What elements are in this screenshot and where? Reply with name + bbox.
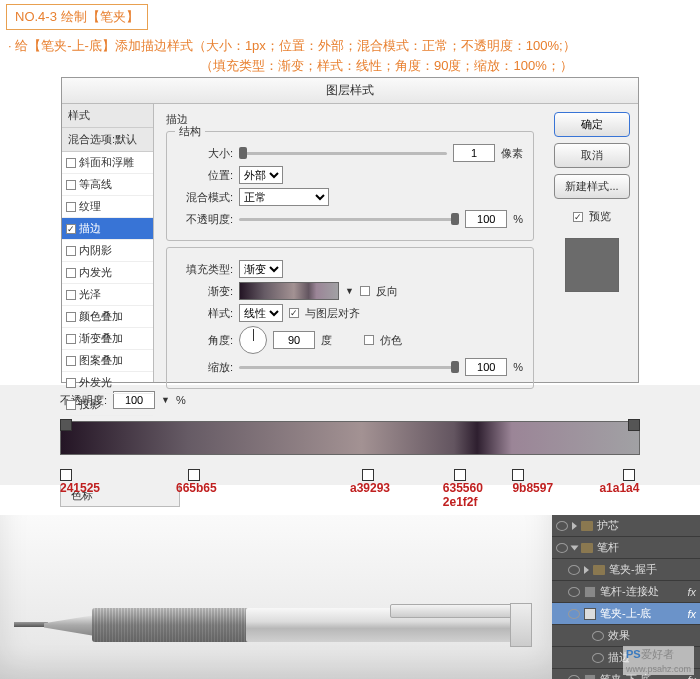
layer-row-selected[interactable]: 笔夹-上-底fx bbox=[552, 603, 700, 625]
opacity-input[interactable] bbox=[465, 210, 507, 228]
eye-icon[interactable] bbox=[556, 521, 568, 531]
checkbox-icon[interactable] bbox=[66, 356, 76, 366]
percent-unit: % bbox=[513, 213, 523, 225]
structure-group: 结构 大小: 像素 位置: 外部 混合模式: 正常 不透明度: bbox=[166, 131, 534, 241]
color-stop[interactable] bbox=[188, 469, 200, 481]
eye-icon[interactable] bbox=[568, 565, 580, 575]
size-slider[interactable] bbox=[239, 152, 447, 155]
style-pattern-overlay[interactable]: 图案叠加 bbox=[62, 350, 153, 372]
style-inner-shadow[interactable]: 内阴影 bbox=[62, 240, 153, 262]
eye-icon[interactable] bbox=[592, 631, 604, 641]
eye-icon[interactable] bbox=[556, 543, 568, 553]
style-type-label: 样式: bbox=[177, 306, 233, 321]
reverse-checkbox[interactable] bbox=[360, 286, 370, 296]
gradient-picker[interactable] bbox=[239, 282, 339, 300]
ok-button[interactable]: 确定 bbox=[554, 112, 630, 137]
layer-row[interactable]: 笔杆 bbox=[552, 537, 700, 559]
gradient-track[interactable]: 241525 665b65 a39293 635560 2e1f2f 9b859… bbox=[60, 421, 640, 479]
checkbox-icon[interactable] bbox=[66, 268, 76, 278]
color-stop[interactable] bbox=[362, 469, 374, 481]
style-drop-shadow[interactable]: 投影 bbox=[62, 394, 153, 416]
size-unit: 像素 bbox=[501, 146, 523, 161]
color-stop[interactable] bbox=[454, 469, 466, 481]
color-stop[interactable] bbox=[512, 469, 524, 481]
arrow-icon[interactable] bbox=[584, 566, 589, 574]
opacity-stop[interactable] bbox=[60, 419, 72, 431]
opacity-slider[interactable] bbox=[239, 218, 459, 221]
arrow-icon[interactable] bbox=[572, 522, 577, 530]
layer-thumb bbox=[584, 586, 596, 598]
checkbox-icon[interactable] bbox=[66, 290, 76, 300]
checkbox-icon[interactable] bbox=[66, 224, 76, 234]
style-texture[interactable]: 纹理 bbox=[62, 196, 153, 218]
angle-dial[interactable] bbox=[239, 326, 267, 354]
opacity-label: 不透明度: bbox=[177, 212, 233, 227]
watermark: PS爱好者 www.psahz.com bbox=[623, 646, 694, 675]
preview-checkbox[interactable] bbox=[573, 212, 583, 222]
fx-row[interactable]: 效果 bbox=[552, 625, 700, 647]
new-style-button[interactable]: 新建样式... bbox=[554, 174, 630, 199]
description-line-1: · 给【笔夹-上-底】添加描边样式（大小：1px；位置：外部；混合模式：正常；不… bbox=[0, 34, 700, 57]
layer-row[interactable]: 笔夹-握手 bbox=[552, 559, 700, 581]
stroke-heading: 描边 bbox=[166, 112, 534, 127]
checkbox-icon[interactable] bbox=[66, 180, 76, 190]
opacity-stop[interactable] bbox=[628, 419, 640, 431]
checkbox-icon[interactable] bbox=[66, 378, 76, 388]
style-gradient-overlay[interactable]: 渐变叠加 bbox=[62, 328, 153, 350]
style-inner-glow[interactable]: 内发光 bbox=[62, 262, 153, 284]
style-stroke[interactable]: 描边 bbox=[62, 218, 153, 240]
section-title: NO.4-3 绘制【笔夹】 bbox=[6, 4, 148, 30]
angle-input[interactable] bbox=[273, 331, 315, 349]
checkbox-icon[interactable] bbox=[66, 158, 76, 168]
align-label: 与图层对齐 bbox=[305, 306, 360, 321]
checkbox-icon[interactable] bbox=[66, 334, 76, 344]
color-label: a39293 bbox=[350, 481, 390, 495]
scale-slider[interactable] bbox=[239, 366, 459, 369]
styles-header[interactable]: 样式 bbox=[62, 104, 153, 128]
style-contour[interactable]: 等高线 bbox=[62, 174, 153, 196]
scale-input[interactable] bbox=[465, 358, 507, 376]
gradient-label: 渐变: bbox=[177, 284, 233, 299]
color-label: 635560 bbox=[443, 481, 483, 495]
blend-options-default[interactable]: 混合选项:默认 bbox=[62, 128, 153, 152]
canvas-area: 护芯 笔杆 笔夹-握手 笔杆-连接处fx 笔夹-上-底fx 效果 描边 笔夹-下… bbox=[0, 515, 700, 679]
color-stop[interactable] bbox=[623, 469, 635, 481]
checkbox-icon[interactable] bbox=[66, 246, 76, 256]
cancel-button[interactable]: 取消 bbox=[554, 143, 630, 168]
style-bevel[interactable]: 斜面和浮雕 bbox=[62, 152, 153, 174]
structure-label: 结构 bbox=[175, 124, 205, 139]
preview-swatch bbox=[565, 238, 619, 292]
settings-panel: 描边 结构 大小: 像素 位置: 外部 混合模式: 正常 不 bbox=[154, 104, 546, 382]
eye-icon[interactable] bbox=[568, 609, 580, 619]
style-type-select[interactable]: 线性 bbox=[239, 304, 283, 322]
folder-icon bbox=[593, 565, 605, 575]
style-list: 样式 混合选项:默认 斜面和浮雕 等高线 纹理 描边 内阴影 内发光 光泽 颜色… bbox=[62, 104, 154, 382]
layer-thumb bbox=[584, 674, 596, 679]
angle-label: 角度: bbox=[177, 333, 233, 348]
style-outer-glow[interactable]: 外发光 bbox=[62, 372, 153, 394]
blend-mode-label: 混合模式: bbox=[177, 190, 233, 205]
align-checkbox[interactable] bbox=[289, 308, 299, 318]
size-input[interactable] bbox=[453, 144, 495, 162]
checkbox-icon[interactable] bbox=[66, 202, 76, 212]
style-color-overlay[interactable]: 颜色叠加 bbox=[62, 306, 153, 328]
checkbox-icon[interactable] bbox=[66, 312, 76, 322]
layer-row[interactable]: 笔杆-连接处fx bbox=[552, 581, 700, 603]
eye-icon[interactable] bbox=[568, 675, 580, 679]
fill-type-select[interactable]: 渐变 bbox=[239, 260, 283, 278]
layer-style-dialog: 图层样式 样式 混合选项:默认 斜面和浮雕 等高线 纹理 描边 内阴影 内发光 … bbox=[61, 77, 639, 383]
checkbox-icon[interactable] bbox=[66, 400, 76, 410]
reverse-label: 反向 bbox=[376, 284, 398, 299]
style-satin[interactable]: 光泽 bbox=[62, 284, 153, 306]
folder-icon bbox=[581, 543, 593, 553]
color-stop[interactable] bbox=[60, 469, 72, 481]
layer-row[interactable]: 护芯 bbox=[552, 515, 700, 537]
arrow-icon[interactable] bbox=[571, 545, 579, 550]
blend-mode-select[interactable]: 正常 bbox=[239, 188, 329, 206]
percent-unit: % bbox=[513, 361, 523, 373]
eye-icon[interactable] bbox=[592, 653, 604, 663]
eye-icon[interactable] bbox=[568, 587, 580, 597]
gradient-bar[interactable] bbox=[60, 421, 640, 455]
position-select[interactable]: 外部 bbox=[239, 166, 283, 184]
dither-checkbox[interactable] bbox=[364, 335, 374, 345]
